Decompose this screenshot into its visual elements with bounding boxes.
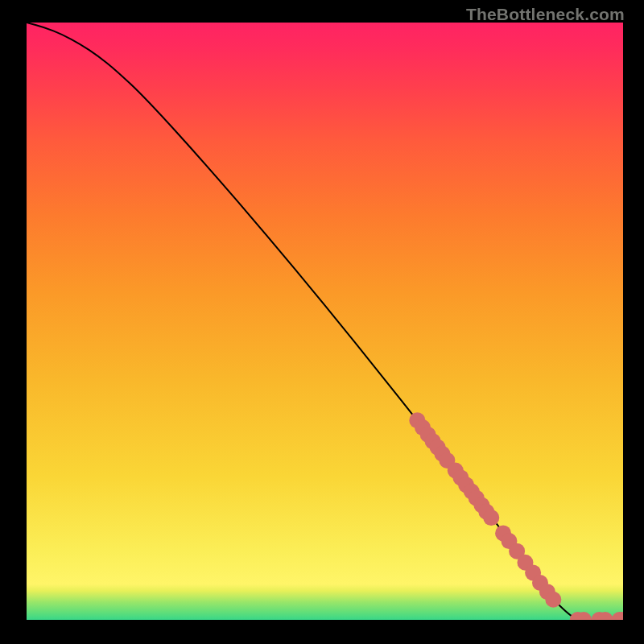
data-marker <box>501 533 517 549</box>
data-marker <box>597 612 613 620</box>
data-marker <box>615 612 623 620</box>
data-marker <box>570 612 586 620</box>
data-marker <box>448 463 464 479</box>
data-marker <box>545 592 561 608</box>
data-marker <box>495 525 511 541</box>
data-marker <box>434 446 450 462</box>
chart-svg <box>27 23 623 620</box>
data-marker <box>539 584 555 600</box>
plot-area <box>27 23 623 620</box>
chart-frame: TheBottleneck.com <box>0 0 644 644</box>
data-marker <box>591 612 607 620</box>
data-marker <box>409 412 425 428</box>
data-marker <box>458 477 474 493</box>
data-marker <box>464 483 480 499</box>
data-marker <box>525 564 541 580</box>
data-marker <box>483 510 499 526</box>
data-marker <box>469 490 485 506</box>
curve-path <box>27 23 623 620</box>
data-marker <box>517 555 533 571</box>
data-marker <box>425 433 441 449</box>
data-marker <box>430 440 446 456</box>
data-marker <box>420 427 436 443</box>
data-marker <box>509 543 525 559</box>
data-marker <box>452 469 469 485</box>
data-marker <box>532 575 548 591</box>
data-marker <box>473 497 489 514</box>
data-marker <box>612 612 623 620</box>
data-marker <box>439 452 455 469</box>
data-marker <box>415 419 431 436</box>
data-marker <box>576 612 592 620</box>
watermark-text: TheBottleneck.com <box>466 5 625 24</box>
data-marker <box>478 504 494 520</box>
